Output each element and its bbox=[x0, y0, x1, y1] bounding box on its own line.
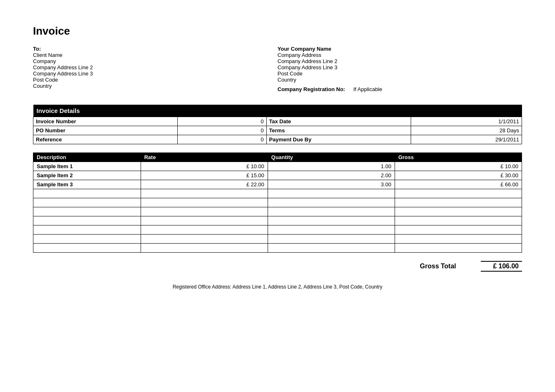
item-gross: £ 10.00 bbox=[395, 162, 522, 171]
empty-gross bbox=[395, 198, 522, 207]
table-row-empty bbox=[33, 198, 522, 207]
empty-desc bbox=[33, 198, 141, 207]
empty-rate bbox=[141, 235, 268, 244]
items-header-row: Description Rate Quantity Gross bbox=[33, 153, 522, 162]
items-table: Description Rate Quantity Gross Sample I… bbox=[33, 153, 522, 253]
empty-rate bbox=[141, 189, 268, 198]
company-reg-label: Company Registration No: bbox=[278, 86, 345, 92]
col-rate-header: Rate bbox=[141, 153, 268, 162]
item-quantity: 1.00 bbox=[268, 162, 395, 171]
empty-qty bbox=[268, 207, 395, 216]
item-gross: £ 30.00 bbox=[395, 171, 522, 180]
company-address-line2: Company Address Line 2 bbox=[278, 58, 522, 64]
gross-total-inner: Gross Total £ 106.00 bbox=[420, 261, 522, 272]
empty-desc bbox=[33, 207, 141, 216]
client-post-code: Post Code bbox=[33, 77, 278, 83]
client-country: Country bbox=[33, 83, 278, 89]
terms-value: 28 Days bbox=[411, 126, 522, 135]
company-name: Your Company Name bbox=[278, 46, 522, 52]
item-rate: £ 22.00 bbox=[141, 180, 268, 189]
col-gross-header: Gross bbox=[395, 153, 522, 162]
reference-value: 0 bbox=[178, 135, 266, 144]
empty-desc bbox=[33, 225, 141, 235]
table-row-empty bbox=[33, 244, 522, 253]
invoice-number-value: 0 bbox=[178, 117, 266, 126]
empty-gross bbox=[395, 235, 522, 244]
tax-date-label: Tax Date bbox=[266, 117, 411, 126]
invoice-details-table: Invoice Details Invoice Number 0 Tax Dat… bbox=[33, 105, 522, 144]
to-label: To: bbox=[33, 46, 278, 52]
company-address: Company Address bbox=[278, 52, 522, 58]
table-row-empty bbox=[33, 189, 522, 198]
payment-due-label: Payment Due By bbox=[266, 135, 411, 144]
client-company: Company bbox=[33, 58, 278, 64]
empty-qty bbox=[268, 198, 395, 207]
company-address-line3: Company Address Line 3 bbox=[278, 64, 522, 70]
client-address-line3: Company Address Line 3 bbox=[33, 70, 278, 77]
empty-gross bbox=[395, 244, 522, 253]
invoice-number-label: Invoice Number bbox=[33, 117, 178, 126]
terms-label: Terms bbox=[266, 126, 411, 135]
invoice-details-header: Invoice Details bbox=[33, 105, 522, 117]
empty-rate bbox=[141, 216, 268, 225]
header-section: To: Client Name Company Company Address … bbox=[33, 46, 522, 92]
item-description: Sample Item 1 bbox=[33, 162, 141, 171]
reference-label: Reference bbox=[33, 135, 178, 144]
company-post-code: Post Code bbox=[278, 70, 522, 77]
empty-gross bbox=[395, 225, 522, 235]
table-row: Sample Item 2 £ 15.00 2.00 £ 30.00 bbox=[33, 171, 522, 180]
empty-rate bbox=[141, 207, 268, 216]
po-number-label: PO Number bbox=[33, 126, 178, 135]
item-quantity: 3.00 bbox=[268, 180, 395, 189]
invoice-title: Invoice bbox=[33, 25, 522, 38]
col-description-header: Description bbox=[33, 153, 141, 162]
client-address-line2: Company Address Line 2 bbox=[33, 64, 278, 70]
payment-due-value: 29/1/2011 bbox=[411, 135, 522, 144]
empty-gross bbox=[395, 207, 522, 216]
empty-rate bbox=[141, 244, 268, 253]
po-number-value: 0 bbox=[178, 126, 266, 135]
table-row-empty bbox=[33, 235, 522, 244]
table-row: Sample Item 3 £ 22.00 3.00 £ 66.00 bbox=[33, 180, 522, 189]
invoice-number-row: Invoice Number 0 Tax Date 1/1/2011 bbox=[33, 117, 522, 126]
reference-row: Reference 0 Payment Due By 29/1/2011 bbox=[33, 135, 522, 144]
footer: Registered Office Address: Address Line … bbox=[33, 284, 522, 290]
po-number-row: PO Number 0 Terms 28 Days bbox=[33, 126, 522, 135]
table-row: Sample Item 1 £ 10.00 1.00 £ 10.00 bbox=[33, 162, 522, 171]
item-quantity: 2.00 bbox=[268, 171, 395, 180]
empty-qty bbox=[268, 244, 395, 253]
empty-desc bbox=[33, 244, 141, 253]
table-row-empty bbox=[33, 207, 522, 216]
gross-total-label: Gross Total bbox=[420, 263, 456, 270]
company-reg-row: Company Registration No: If Applicable bbox=[278, 86, 522, 92]
empty-gross bbox=[395, 189, 522, 198]
company-info-section: Your Company Name Company Address Compan… bbox=[278, 46, 522, 92]
gross-total-section: Gross Total £ 106.00 bbox=[33, 261, 522, 272]
gross-total-value: £ 106.00 bbox=[481, 261, 522, 272]
empty-desc bbox=[33, 235, 141, 244]
company-reg-value: If Applicable bbox=[353, 86, 382, 92]
empty-rate bbox=[141, 198, 268, 207]
empty-desc bbox=[33, 189, 141, 198]
item-description: Sample Item 3 bbox=[33, 180, 141, 189]
empty-qty bbox=[268, 235, 395, 244]
empty-rate bbox=[141, 225, 268, 235]
bill-to-section: To: Client Name Company Company Address … bbox=[33, 46, 278, 92]
item-description: Sample Item 2 bbox=[33, 171, 141, 180]
client-name: Client Name bbox=[33, 52, 278, 58]
company-country: Country bbox=[278, 77, 522, 83]
table-row-empty bbox=[33, 216, 522, 225]
col-quantity-header: Quantity bbox=[268, 153, 395, 162]
empty-desc bbox=[33, 216, 141, 225]
tax-date-value: 1/1/2011 bbox=[411, 117, 522, 126]
empty-qty bbox=[268, 225, 395, 235]
empty-qty bbox=[268, 216, 395, 225]
empty-gross bbox=[395, 216, 522, 225]
item-rate: £ 15.00 bbox=[141, 171, 268, 180]
item-gross: £ 66.00 bbox=[395, 180, 522, 189]
empty-qty bbox=[268, 189, 395, 198]
table-row-empty bbox=[33, 225, 522, 235]
invoice-details-header-row: Invoice Details bbox=[33, 105, 522, 117]
item-rate: £ 10.00 bbox=[141, 162, 268, 171]
